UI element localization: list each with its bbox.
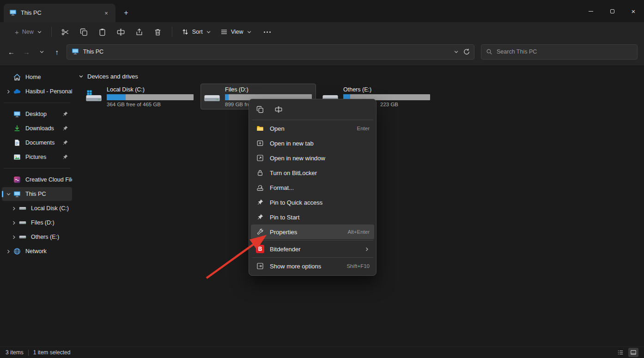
pin-icon [62,111,68,117]
menu-copy-button[interactable] [253,103,267,116]
refresh-icon[interactable] [463,48,470,55]
details-view-button[interactable] [615,348,626,357]
see-more-button[interactable] [256,31,278,33]
cut-icon [61,28,69,36]
copy-button[interactable] [75,24,93,39]
search-placeholder: Search This PC [497,49,537,55]
this-pc-icon [13,190,21,198]
sidebar-item-downloads[interactable]: Downloads [2,121,72,135]
maximize-icon [610,9,614,13]
tab-this-pc[interactable]: This PC × [4,4,115,22]
capacity-bar-fill [225,94,229,100]
toolbar-separator [172,27,172,37]
context-menu: Open Enter Open in new tab Open in new w… [249,99,377,276]
large-thumbnails-view-button[interactable] [628,348,638,357]
cut-button[interactable] [56,24,75,39]
sidebar-item-files-d[interactable]: Files (D:) [2,216,72,230]
drive-tile-local-disk-c[interactable]: Local Disk (C:) 364 GB free of 465 GB [82,84,198,109]
search-box[interactable]: Search This PC [481,44,638,60]
menu-item-show-more-options[interactable]: Show more options Shift+F10 [251,259,374,273]
minimize-button[interactable] [580,0,601,22]
sidebar-item-label: Files (D:) [31,219,55,226]
new-tab-button[interactable]: + [119,6,133,20]
chevron-down-icon [39,49,44,55]
sidebar-item-local-disk-c[interactable]: Local Disk (C:) [2,201,72,215]
view-button-label: View [231,29,243,35]
chevron-down-icon [206,30,211,35]
devices-and-drives-header[interactable]: Devices and drives [79,73,644,80]
tab-title: This PC [21,10,41,16]
back-button[interactable]: ← [4,44,19,59]
sidebar-item-network[interactable]: Network [2,244,72,258]
selection-count: 1 item selected [33,349,71,356]
close-button[interactable]: × [623,0,644,22]
sidebar-item-others-e[interactable]: Others (E:) [2,230,72,244]
drive-icon [18,219,27,226]
chevron-right-icon[interactable] [6,249,11,254]
maximize-button[interactable] [601,0,623,22]
new-window-icon [255,154,265,162]
this-pc-icon [72,48,79,56]
menu-separator [252,120,373,120]
sidebar-item-creative-cloud-files[interactable]: Creative Cloud Files [2,173,72,187]
sidebar-item-pictures[interactable]: Pictures [2,150,72,164]
chevron-right-icon[interactable] [12,235,17,240]
chevron-right-icon[interactable] [12,220,17,225]
menu-rename-button[interactable] [271,103,286,116]
sidebar-item-onedrive[interactable]: Hasibul - Personal [2,85,72,98]
chevron-right-icon[interactable] [12,206,17,211]
new-button-label: New [22,29,34,35]
menu-item-turn-on-bitlocker[interactable]: Turn on BitLocker [251,165,374,180]
address-bar[interactable]: This PC [67,44,474,60]
menu-item-bitdefender[interactable]: B Bitdefender [251,242,374,256]
menu-item-format[interactable]: Format... [251,180,374,195]
copy-icon [256,106,264,113]
paste-button[interactable] [93,24,112,39]
share-button[interactable] [130,24,149,39]
forward-button[interactable]: → [19,44,34,59]
sidebar-item-documents[interactable]: Documents [2,136,72,150]
menu-item-open-in-new-tab[interactable]: Open in new tab [251,136,374,151]
collapse-chevron-icon[interactable] [79,74,84,79]
pin-icon [62,125,68,132]
drive-free-space: 364 GB free of 465 GB [107,102,194,107]
rename-icon [275,106,282,113]
chevron-right-icon[interactable] [6,89,11,94]
sidebar-item-label: Hasibul - Personal [25,88,72,95]
menu-item-properties[interactable]: Properties Alt+Enter [251,225,374,239]
menu-item-label: Pin to Quick access [270,199,322,206]
drive-icon [18,233,27,241]
title-bar: This PC × + × [0,0,644,22]
tab-close-button[interactable]: × [101,7,112,18]
delete-button[interactable] [149,24,167,39]
menu-item-label: Turn on BitLocker [270,170,317,176]
sort-button[interactable]: Sort [177,25,216,38]
status-divider [28,350,29,356]
menu-item-pin-to-start[interactable]: Pin to Start [251,210,374,225]
section-title: Devices and drives [87,73,138,80]
rename-icon [117,28,125,36]
share-icon [135,28,143,36]
address-dropdown-icon[interactable] [454,49,459,55]
creative-cloud-icon [13,176,21,183]
recent-locations-button[interactable] [34,44,49,59]
rename-button[interactable] [112,24,130,39]
sidebar-item-desktop[interactable]: Desktop [2,107,72,121]
view-button[interactable]: View [216,25,256,38]
up-button[interactable]: ↑ [49,44,65,59]
menu-item-open-in-new-window[interactable]: Open in new window [251,151,374,165]
sidebar-item-home[interactable]: Home [2,70,72,84]
chevron-down-icon[interactable] [6,192,11,197]
sidebar-item-label: Network [25,248,47,255]
breadcrumb[interactable]: This PC [83,49,103,55]
sidebar-item-label: This PC [25,191,46,197]
menu-item-open[interactable]: Open Enter [251,121,374,136]
sidebar-item-this-pc[interactable]: This PC [2,187,72,201]
menu-item-pin-to-quick-access[interactable]: Pin to Quick access [251,195,374,210]
submenu-chevron-icon [365,247,370,252]
this-pc-icon [9,9,17,18]
new-button[interactable]: + New [10,26,47,38]
drive-windows-icon [85,90,102,103]
sort-button-label: Sort [192,29,203,35]
minimize-icon [589,11,593,12]
